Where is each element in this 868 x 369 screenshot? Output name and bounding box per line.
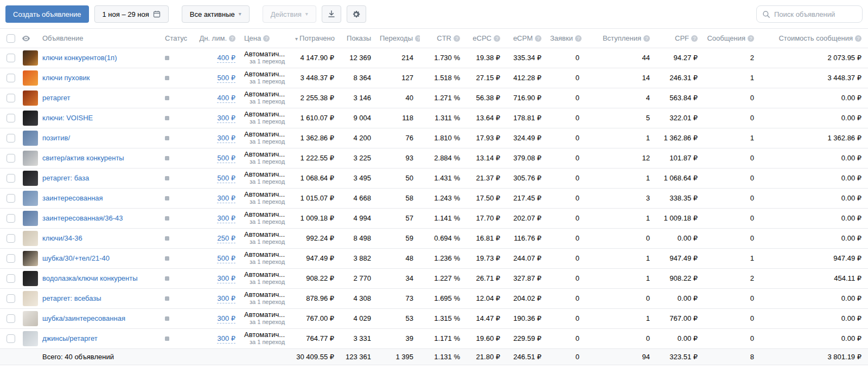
ad-name-link[interactable]: свитер/актив конкуренты <box>42 154 124 162</box>
row-checkbox[interactable] <box>7 94 15 102</box>
search-box[interactable] <box>756 5 863 23</box>
daily-limit-value[interactable]: 250 ₽ <box>217 234 235 243</box>
row-checkbox[interactable] <box>7 134 15 143</box>
column-header-views[interactable]: Показы <box>341 29 378 48</box>
ad-thumbnail[interactable] <box>23 50 38 66</box>
daily-limit-value[interactable]: 500 ₽ <box>217 174 235 183</box>
ad-name-link[interactable]: заинтересованная/36-43 <box>42 214 123 222</box>
help-icon[interactable]: ? <box>691 35 698 42</box>
column-header-price[interactable]: Цена? <box>242 29 293 48</box>
column-header-messages[interactable]: Сообщения? <box>704 29 761 48</box>
help-icon[interactable]: ? <box>643 35 650 42</box>
ad-name-link[interactable]: ключи/34-36 <box>42 234 82 242</box>
ad-thumbnail[interactable] <box>23 70 38 86</box>
help-icon[interactable]: ? <box>263 35 270 42</box>
column-header-message-cost[interactable]: Стоимость сообщения? <box>761 29 868 48</box>
daily-limit-value[interactable]: 500 ₽ <box>217 254 235 263</box>
daily-limit-value[interactable]: 300 ₽ <box>217 214 235 223</box>
ad-name-link[interactable]: заинтересованная <box>42 194 103 202</box>
ad-name-link[interactable]: водолазка/ключи конкуренты <box>42 274 138 282</box>
ad-name-link[interactable]: ретаргет: база <box>42 174 89 182</box>
ad-thumbnail[interactable] <box>23 131 38 146</box>
ad-thumbnail[interactable] <box>23 90 38 106</box>
help-icon[interactable]: ? <box>415 35 420 42</box>
row-checkbox[interactable] <box>7 214 15 223</box>
row-checkbox[interactable] <box>7 194 15 203</box>
ad-name-link[interactable]: ретаргет: всебазы <box>42 294 101 302</box>
ad-thumbnail[interactable] <box>23 291 38 306</box>
ad-thumbnail[interactable] <box>23 211 38 226</box>
ad-thumbnail[interactable] <box>23 251 38 266</box>
column-header-joins[interactable]: Вступления? <box>586 29 656 48</box>
row-checkbox[interactable] <box>7 274 15 283</box>
daily-limit-value[interactable]: 300 ₽ <box>217 334 235 344</box>
column-header-ad[interactable]: Объявление <box>40 29 161 48</box>
visibility-column-header[interactable] <box>20 29 40 48</box>
ad-name-link[interactable]: шубка/30/+тел/21-40 <box>42 254 110 262</box>
help-icon[interactable]: ? <box>748 35 754 42</box>
column-header-ecpm[interactable]: eCPM? <box>507 29 548 48</box>
daily-limit-value[interactable]: 500 ₽ <box>217 74 235 83</box>
column-header-ctr[interactable]: CTR? <box>420 29 467 48</box>
help-icon[interactable]: ? <box>575 35 582 42</box>
column-header-spent[interactable]: ▾Потрачено <box>293 29 341 48</box>
price-cell: Автоматич... за 1 переход <box>242 208 293 228</box>
daily-limit-value[interactable]: 300 ₽ <box>217 114 235 123</box>
settings-button[interactable] <box>347 5 366 23</box>
price-unit: за 1 переход <box>244 158 291 165</box>
daily-limit-value[interactable]: 500 ₽ <box>217 154 235 163</box>
ad-name-link[interactable]: ретаргет <box>42 94 71 102</box>
daily-limit-value[interactable]: 300 ₽ <box>217 134 235 143</box>
help-icon[interactable]: ? <box>454 35 460 42</box>
ad-name-link[interactable]: шубка/заинтересованная <box>42 314 125 322</box>
ecpm-value: 116.76 ₽ <box>507 228 548 248</box>
search-input[interactable] <box>774 10 857 18</box>
ad-name-link[interactable]: ключи конкурентов(1п) <box>42 54 117 62</box>
total-clicks: 1 395 <box>378 348 420 365</box>
ad-name-link[interactable]: джинсы/ретаргет <box>42 334 98 342</box>
help-icon[interactable]: ? <box>229 35 235 42</box>
help-icon[interactable]: ? <box>855 35 861 42</box>
help-icon[interactable]: ? <box>494 35 500 42</box>
create-ad-button[interactable]: Создать объявление <box>5 5 89 23</box>
ad-thumbnail[interactable] <box>23 231 38 246</box>
column-header-cpf[interactable]: CPF? <box>656 29 704 48</box>
ad-thumbnail[interactable] <box>23 331 38 346</box>
daily-limit-value[interactable]: 300 ₽ <box>217 194 235 203</box>
column-header-status[interactable]: Статус <box>161 29 196 48</box>
ad-name-link[interactable]: ключи пуховик <box>42 74 90 82</box>
ad-thumbnail[interactable] <box>23 191 38 206</box>
ad-thumbnail[interactable] <box>23 111 38 126</box>
row-checkbox[interactable] <box>7 234 15 243</box>
column-header-ecpc[interactable]: eCPC? <box>467 29 507 48</box>
daily-limit-value[interactable]: 300 ₽ <box>217 274 235 283</box>
help-icon[interactable]: ? <box>535 35 541 42</box>
row-checkbox[interactable] <box>7 74 15 82</box>
row-checkbox[interactable] <box>7 294 15 303</box>
select-all-checkbox[interactable] <box>7 34 15 43</box>
row-checkbox[interactable] <box>7 174 15 183</box>
export-button[interactable] <box>322 5 341 23</box>
ad-thumbnail[interactable] <box>23 151 38 166</box>
row-checkbox[interactable] <box>7 114 15 122</box>
daily-limit-value[interactable]: 300 ₽ <box>217 294 235 303</box>
ad-name-link[interactable]: ключи: VOISHE <box>42 114 93 122</box>
column-header-leads[interactable]: Заявки? <box>548 29 586 48</box>
row-checkbox[interactable] <box>7 154 15 163</box>
date-range-button[interactable]: 1 ноя – 29 ноя <box>94 5 169 23</box>
daily-limit-value[interactable]: 300 ₽ <box>217 314 235 323</box>
actions-dropdown[interactable]: Действия ▾ <box>263 5 316 23</box>
column-header-daily-limit[interactable]: Дн. лим.? <box>196 29 242 48</box>
daily-limit-value[interactable]: 400 ₽ <box>217 54 235 63</box>
status-filter-dropdown[interactable]: Все активные ▾ <box>182 5 250 23</box>
row-checkbox[interactable] <box>7 54 15 62</box>
row-checkbox[interactable] <box>7 314 15 323</box>
ad-name-link[interactable]: позитив/ <box>42 134 70 142</box>
ad-thumbnail[interactable] <box>23 271 38 286</box>
row-checkbox[interactable] <box>7 334 15 343</box>
daily-limit-value[interactable]: 400 ₽ <box>217 94 235 103</box>
ad-thumbnail[interactable] <box>23 311 38 326</box>
ad-thumbnail[interactable] <box>23 171 38 186</box>
column-header-clicks[interactable]: Переходы? <box>378 29 420 48</box>
row-checkbox[interactable] <box>7 254 15 263</box>
